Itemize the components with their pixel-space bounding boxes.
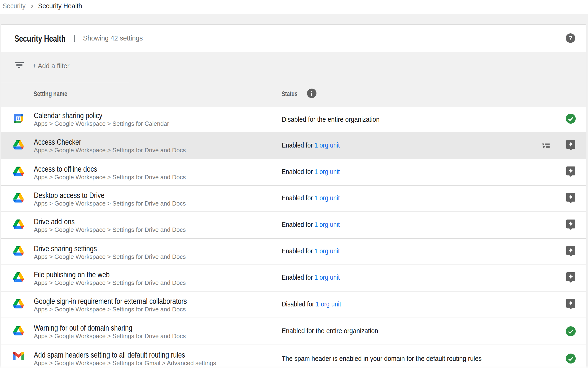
svg-text:?: ? [569,35,572,41]
svg-text:31: 31 [17,117,20,120]
